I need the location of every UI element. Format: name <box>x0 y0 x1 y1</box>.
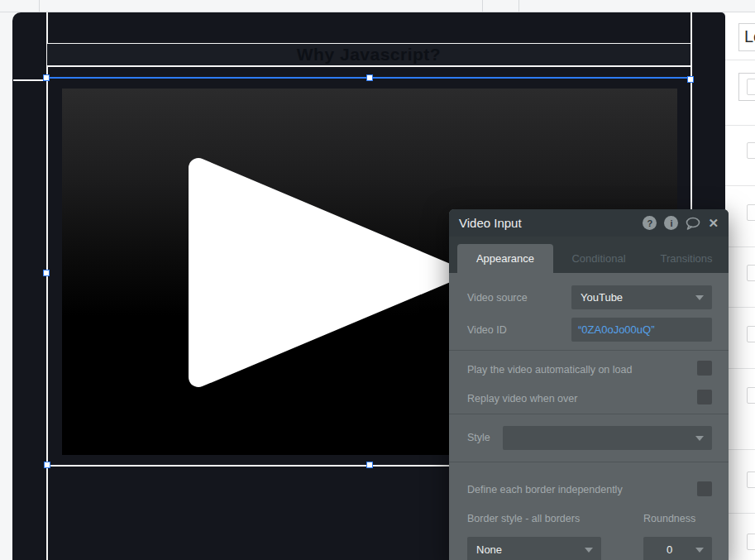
style-dropdown[interactable] <box>503 426 712 450</box>
style-section: Style <box>449 414 729 462</box>
replay-label: Replay video when over <box>467 393 577 404</box>
selection-handle-top-left[interactable] <box>43 74 50 81</box>
cutoff-checkbox[interactable] <box>747 142 755 159</box>
roundness-dropdown[interactable]: 0 <box>643 537 712 560</box>
replay-checkbox[interactable] <box>697 390 712 404</box>
topbar-divider <box>39 0 40 12</box>
cutoff-checkbox[interactable] <box>747 534 755 550</box>
border-style-value: None <box>476 543 502 556</box>
selection-handle-top-middle[interactable] <box>366 74 373 81</box>
tab-appearance[interactable]: Appearance <box>457 244 553 273</box>
cutoff-text: Le <box>744 27 755 45</box>
selection-handle-bottom-left[interactable] <box>44 462 50 468</box>
row-separator <box>725 307 755 308</box>
element-outline-vertical-left <box>46 12 48 560</box>
row-separator <box>725 449 755 450</box>
cutoff-checkbox[interactable] <box>747 387 755 404</box>
autoplay-checkbox[interactable] <box>697 361 712 376</box>
page-title: Why Javascript? <box>297 45 441 65</box>
element-outline-horizontal <box>13 79 46 81</box>
chevron-down-icon <box>695 295 704 300</box>
cutoff-text-box: Le <box>738 23 755 51</box>
property-editor-header[interactable]: Video Input ? i ✕ <box>449 209 729 237</box>
border-style-label: Border style - all borders <box>467 513 580 524</box>
selection-handle-top-right[interactable] <box>687 76 694 83</box>
cutoff-checkbox[interactable] <box>747 326 755 342</box>
row-separator <box>725 368 755 369</box>
video-source-value: YouTube <box>581 291 623 304</box>
selection-handle-bottom-middle[interactable] <box>366 462 373 468</box>
row-separator <box>725 513 755 514</box>
selection-handle-middle-left[interactable] <box>43 270 50 276</box>
define-borders-label: Define each border independently <box>467 484 623 495</box>
video-id-input[interactable]: “0ZA0oJo00uQ” <box>571 318 712 342</box>
chevron-down-icon <box>695 436 704 441</box>
close-icon[interactable]: ✕ <box>708 217 719 229</box>
cutoff-checkbox[interactable] <box>747 471 755 488</box>
tab-transitions[interactable]: Transitions <box>644 244 729 273</box>
canvas-text-element[interactable]: Why Javascript? <box>47 44 690 65</box>
roundness-value: 0 <box>667 543 672 556</box>
editor-topbar <box>0 0 755 12</box>
help-icon[interactable]: ? <box>643 216 657 230</box>
appearance-tab-content: Video source YouTube Video ID “0ZA0oJo00… <box>449 273 729 560</box>
style-label: Style <box>467 432 490 443</box>
row-separator <box>725 246 755 247</box>
property-editor-title: Video Input <box>459 216 643 230</box>
playback-options-section: Play the video automatically on load Rep… <box>449 351 729 414</box>
chevron-down-icon <box>585 548 593 553</box>
tab-conditional[interactable]: Conditional <box>553 244 644 273</box>
comment-icon[interactable] <box>686 217 700 230</box>
topbar-divider <box>518 0 519 12</box>
chevron-down-icon <box>695 548 704 553</box>
cutoff-checkbox[interactable] <box>747 79 755 95</box>
video-id-value: “0ZA0oJo00uQ” <box>578 323 655 336</box>
right-preview-strip: Le <box>725 12 755 560</box>
border-section: Define each border independently Border … <box>449 462 729 560</box>
element-outline-horizontal <box>46 65 691 67</box>
video-id-label: Video ID <box>467 324 507 336</box>
cutoff-checkbox[interactable] <box>747 204 755 221</box>
video-source-label: Video source <box>467 292 528 304</box>
cutoff-checkbox[interactable] <box>747 265 755 281</box>
define-borders-checkbox[interactable] <box>697 481 712 496</box>
video-source-dropdown[interactable]: YouTube <box>571 285 712 309</box>
autoplay-label: Play the video automatically on load <box>467 364 632 376</box>
row-separator <box>725 125 755 126</box>
info-icon[interactable]: i <box>664 216 678 230</box>
row-separator <box>725 60 755 60</box>
property-editor-panel: Video Input ? i ✕ Appearance Conditional… <box>449 209 729 560</box>
video-source-section: Video source YouTube Video ID “0ZA0oJo00… <box>449 273 729 351</box>
topbar-divider <box>482 0 483 12</box>
roundness-label: Roundness <box>643 513 695 524</box>
property-editor-tabs: Appearance Conditional Transitions <box>449 237 729 273</box>
row-separator <box>725 185 755 186</box>
border-style-dropdown[interactable]: None <box>467 537 601 560</box>
